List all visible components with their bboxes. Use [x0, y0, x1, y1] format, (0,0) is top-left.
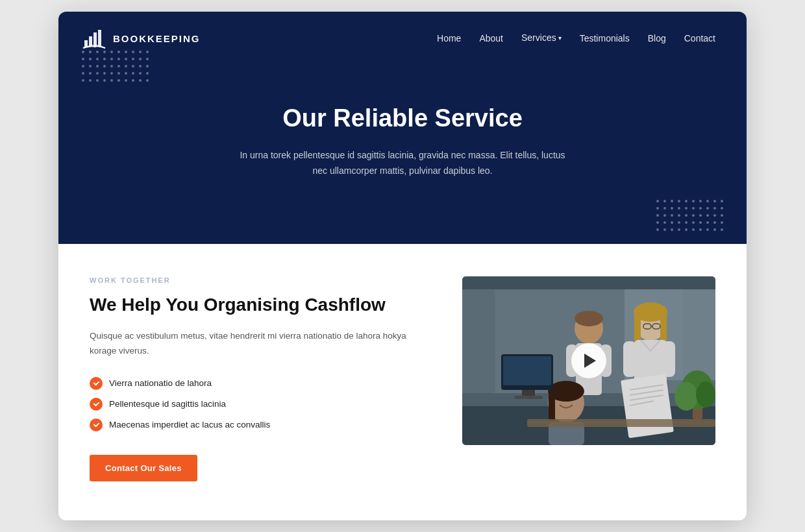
hero-subtitle: In urna torek pellentesque id sagittis l… [234, 148, 571, 179]
checklist-item-2: Pellentesque id sagittis lacinia [90, 398, 423, 411]
nav-link-about[interactable]: About [479, 33, 503, 43]
svg-rect-0 [84, 40, 88, 47]
checklist: Vierra nationatio de lahora Pellentesque… [90, 377, 423, 431]
nav-links: Home About Services ▾ Testimonials Blog [437, 32, 715, 44]
checklist-item-2-text: Pellentesque id sagittis lacinia [109, 399, 226, 409]
browser-window: BOOKKEEPING Home About Services ▾ Testim… [58, 12, 747, 520]
logo-area: BOOKKEEPING [82, 26, 201, 51]
check-icon-2 [90, 398, 103, 411]
svg-rect-2 [93, 32, 97, 47]
hero-title: Our Reliable Service [110, 104, 695, 134]
nav-item-services[interactable]: Services ▾ [521, 32, 562, 44]
chevron-down-icon: ▾ [558, 34, 562, 42]
check-icon-1 [90, 377, 103, 390]
main-content: WORK TOGETHER We Help You Organising Cas… [58, 244, 747, 520]
left-column: WORK TOGETHER We Help You Organising Cas… [90, 276, 423, 481]
nav-link-testimonials[interactable]: Testimonials [580, 33, 630, 43]
video-thumbnail[interactable] [462, 276, 715, 445]
checklist-item-3: Maecenas imperdiet ac lacus ac convallis [90, 418, 423, 431]
nav-link-contact[interactable]: Contact [684, 33, 715, 43]
nav-item-contact[interactable]: Contact [684, 32, 715, 44]
logo-icon [82, 26, 106, 51]
checklist-item-1: Vierra nationatio de lahora [90, 377, 423, 390]
nav-item-blog[interactable]: Blog [648, 32, 666, 44]
nav-link-home[interactable]: Home [437, 33, 461, 43]
section-heading: We Help You Organising Cashflow [90, 293, 423, 316]
contact-sales-button[interactable]: Contact Our Sales [90, 455, 197, 481]
nav-item-testimonials[interactable]: Testimonials [580, 32, 630, 44]
nav-link-services[interactable]: Services ▾ [521, 32, 562, 43]
eyebrow-label: WORK TOGETHER [90, 276, 423, 284]
hero-section: BOOKKEEPING Home About Services ▾ Testim… [58, 12, 747, 243]
video-overlay[interactable] [462, 276, 715, 445]
hero-content: Our Reliable Service In urna torek pelle… [58, 65, 747, 204]
nav-item-about[interactable]: About [479, 32, 503, 44]
svg-rect-3 [98, 30, 101, 47]
nav-item-home[interactable]: Home [437, 32, 461, 44]
play-button[interactable] [571, 343, 606, 378]
navbar: BOOKKEEPING Home About Services ▾ Testim… [58, 12, 747, 65]
section-description: Quisque ac vestibulum metus, vitae hendr… [90, 329, 423, 359]
checklist-item-3-text: Maecenas imperdiet ac lacus ac convallis [109, 420, 270, 429]
right-column [462, 276, 715, 445]
check-icon-3 [90, 418, 103, 431]
checklist-item-1-text: Vierra nationatio de lahora [109, 378, 212, 388]
logo-text: BOOKKEEPING [113, 33, 201, 44]
nav-link-blog[interactable]: Blog [648, 33, 666, 43]
